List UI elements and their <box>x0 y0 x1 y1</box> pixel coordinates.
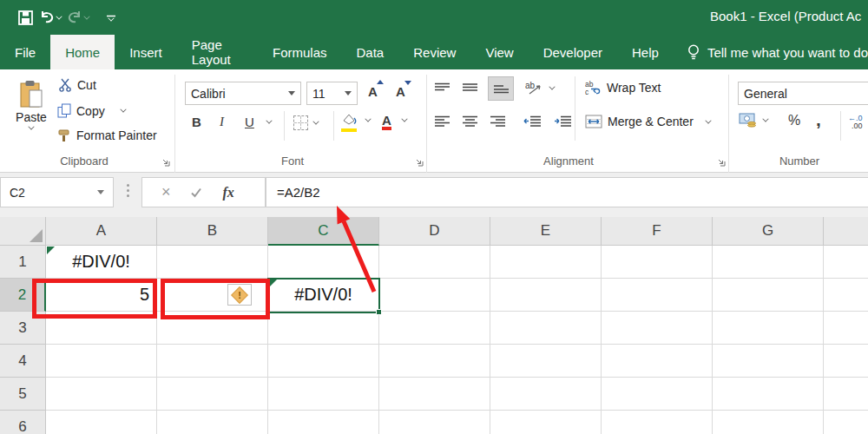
select-all-button[interactable] <box>0 217 46 246</box>
cell-B4[interactable] <box>157 345 268 378</box>
column-header-E[interactable]: E <box>490 217 602 246</box>
cell-partial5[interactable] <box>824 378 868 411</box>
cell-E5[interactable] <box>490 378 602 411</box>
cell-C3[interactable] <box>268 312 379 345</box>
borders-button[interactable] <box>293 115 319 130</box>
cell-A4[interactable] <box>46 345 157 378</box>
font-dialog-launcher-icon[interactable] <box>415 155 424 169</box>
cell-E2[interactable] <box>490 279 602 312</box>
cell-G2[interactable] <box>713 279 824 312</box>
tab-home[interactable]: Home <box>50 35 115 69</box>
row-header-4[interactable]: 4 <box>0 345 46 378</box>
cell-B1[interactable] <box>157 246 268 279</box>
font-color-dropdown-icon[interactable] <box>401 115 407 122</box>
row-header-5[interactable]: 5 <box>0 378 46 411</box>
cell-B3[interactable] <box>157 312 268 345</box>
format-painter-button[interactable]: Format Painter <box>57 128 157 142</box>
alignment-dialog-launcher-icon[interactable] <box>717 155 726 169</box>
tell-me-box[interactable]: Tell me what you want to do <box>687 35 868 69</box>
accounting-dropdown-icon[interactable] <box>762 115 768 122</box>
tab-insert[interactable]: Insert <box>115 35 177 69</box>
customize-qat-icon[interactable] <box>107 15 115 21</box>
column-header-G[interactable]: G <box>713 217 824 246</box>
tab-developer[interactable]: Developer <box>529 35 617 69</box>
cell-partial2[interactable] <box>824 279 868 312</box>
font-name-dropdown-icon[interactable] <box>288 91 295 95</box>
decrease-indent-button[interactable] <box>523 115 542 127</box>
row-header-3[interactable]: 3 <box>0 312 46 345</box>
cell-partial3[interactable] <box>824 312 868 345</box>
cell-E4[interactable] <box>490 345 602 378</box>
cell-E3[interactable] <box>490 312 602 345</box>
bold-button[interactable]: B <box>192 115 201 129</box>
column-header-partial[interactable] <box>824 217 868 246</box>
increase-font-size-button[interactable]: A <box>368 84 378 99</box>
orientation-dropdown-icon[interactable] <box>549 83 555 89</box>
cell-C1[interactable] <box>268 246 379 279</box>
cell-G4[interactable] <box>713 345 824 378</box>
cell-partial6[interactable] <box>824 411 868 434</box>
row-header-2[interactable]: 2 <box>0 279 46 312</box>
cell-partial1[interactable] <box>824 246 868 279</box>
comma-style-button[interactable]: , <box>816 109 821 130</box>
font-size-combo[interactable]: 11 <box>306 82 358 105</box>
name-box[interactable]: C2 <box>0 177 114 207</box>
clipboard-dialog-launcher-icon[interactable] <box>161 155 170 169</box>
cell-G5[interactable] <box>713 378 824 411</box>
underline-dropdown-icon[interactable] <box>266 117 272 123</box>
cut-button[interactable]: Cut <box>59 78 96 92</box>
copy-dropdown-icon[interactable] <box>120 106 126 112</box>
align-middle-button[interactable] <box>462 82 478 94</box>
cell-A3[interactable] <box>46 312 157 345</box>
align-bottom-button[interactable] <box>488 76 514 101</box>
cell-A6[interactable] <box>46 411 157 434</box>
number-format-combo[interactable]: General <box>738 82 868 105</box>
paste-dropdown-icon[interactable] <box>28 123 34 129</box>
copy-button[interactable]: Copy <box>57 103 126 118</box>
align-center-button[interactable] <box>462 115 478 127</box>
wrap-text-button[interactable]: abc Wrap Text <box>585 80 661 95</box>
cell-B6[interactable] <box>157 411 268 434</box>
font-name-combo[interactable]: Calibri <box>185 82 301 105</box>
cell-G6[interactable] <box>713 411 824 434</box>
cell-D5[interactable] <box>379 378 490 411</box>
cell-D1[interactable] <box>379 246 490 279</box>
cell-E1[interactable] <box>490 246 602 279</box>
cell-D3[interactable] <box>379 312 490 345</box>
tab-review[interactable]: Review <box>398 35 470 69</box>
column-header-D[interactable]: D <box>379 217 490 246</box>
tab-help[interactable]: Help <box>617 35 674 69</box>
accounting-format-button[interactable] <box>739 113 768 128</box>
cell-A2[interactable]: 5 <box>46 279 157 312</box>
cell-B5[interactable] <box>157 378 268 411</box>
increase-decimal-button[interactable]: ←.0 .00 <box>848 115 863 130</box>
column-header-A[interactable]: A <box>46 217 157 246</box>
underline-button[interactable]: U <box>245 115 272 129</box>
cell-F4[interactable] <box>602 345 713 378</box>
percent-style-button[interactable]: % <box>788 113 800 128</box>
fill-color-button[interactable] <box>341 113 371 128</box>
save-icon[interactable] <box>17 10 34 26</box>
font-color-button[interactable]: A <box>382 113 407 128</box>
tab-formulas[interactable]: Formulas <box>258 35 342 69</box>
orientation-button[interactable]: ab <box>525 81 555 95</box>
cell-A5[interactable] <box>46 378 157 411</box>
formula-bar-resize-handle[interactable] <box>127 184 129 197</box>
cell-partial4[interactable] <box>824 345 868 378</box>
align-top-button[interactable] <box>434 82 450 94</box>
enter-check-icon[interactable] <box>190 187 202 198</box>
column-header-F[interactable]: F <box>602 217 713 246</box>
cell-G3[interactable] <box>713 312 824 345</box>
italic-button[interactable]: I <box>220 115 224 129</box>
align-left-button[interactable] <box>434 115 450 127</box>
cancel-icon[interactable]: × <box>161 183 171 201</box>
cell-G1[interactable] <box>713 246 824 279</box>
cell-A1[interactable]: #DIV/0! <box>46 246 157 279</box>
cell-D6[interactable] <box>379 411 490 434</box>
column-header-C[interactable]: C <box>268 217 379 246</box>
tab-data[interactable]: Data <box>342 35 399 69</box>
cell-F2[interactable] <box>602 279 713 312</box>
tab-file[interactable]: File <box>0 35 50 69</box>
cell-F5[interactable] <box>602 378 713 411</box>
cell-F3[interactable] <box>602 312 713 345</box>
